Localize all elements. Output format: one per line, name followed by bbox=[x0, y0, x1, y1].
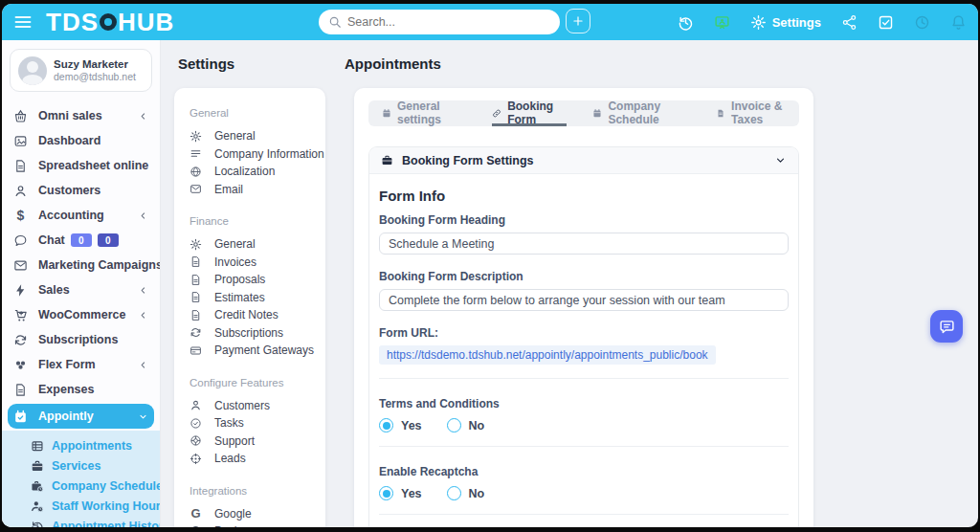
bell-icon[interactable] bbox=[950, 14, 967, 31]
settings-nav-pusher[interactable]: Pusher.com bbox=[189, 522, 325, 527]
chat-fab-button[interactable] bbox=[930, 310, 963, 343]
radio-option-label: No bbox=[469, 419, 485, 432]
chevron-down-icon bbox=[138, 411, 148, 422]
submenu-item-label: Services bbox=[52, 459, 100, 473]
sidebar-item-label: Omni sales bbox=[38, 109, 102, 122]
app-logo: TDS HUB bbox=[46, 8, 174, 37]
submenu-item-staff-working-hours[interactable]: Staff Working Hours bbox=[2, 496, 160, 516]
document-icon bbox=[189, 274, 202, 286]
logo-text-prefix: TDS bbox=[46, 8, 99, 37]
sidebar-item-label: Spreadsheet online bbox=[38, 159, 148, 172]
tab-booking-form[interactable]: Booking Form bbox=[492, 100, 567, 126]
sidebar-item-dashboard[interactable]: Dashboard bbox=[8, 128, 154, 153]
settings-nav-email[interactable]: Email bbox=[189, 181, 325, 199]
user-card[interactable]: Suzy Marketer demo@tdshub.net bbox=[10, 49, 152, 92]
tab-general-settings[interactable]: General settings bbox=[382, 100, 466, 126]
sidebar-item-customers[interactable]: Customers bbox=[8, 178, 154, 203]
radio-terms-yes[interactable]: Yes bbox=[379, 418, 422, 432]
nav-item-label: Company Information bbox=[214, 147, 324, 161]
briefcase-icon bbox=[31, 459, 44, 473]
history-icon bbox=[31, 520, 44, 528]
divider bbox=[379, 378, 789, 379]
sidebar-item-marketing-campaigns[interactable]: Marketing Campaigns bbox=[8, 253, 154, 277]
main-content: Appointments General settings Booking Fo… bbox=[339, 40, 978, 527]
share-icon[interactable] bbox=[841, 14, 858, 31]
radio-unselected-icon bbox=[447, 486, 461, 500]
gear-icon bbox=[750, 14, 767, 31]
history-icon[interactable] bbox=[678, 14, 694, 31]
sidebar-item-sales[interactable]: Sales bbox=[8, 277, 154, 302]
search-box[interactable] bbox=[319, 10, 560, 34]
bell-icon bbox=[189, 525, 202, 527]
accordion-title: Booking Form Settings bbox=[402, 154, 774, 167]
settings-menu-button[interactable]: Settings bbox=[750, 14, 821, 31]
settings-nav-payment-gateways[interactable]: Payment Gateways bbox=[189, 342, 325, 360]
sidebar-item-subscriptions[interactable]: Subscriptions bbox=[8, 327, 154, 352]
clock-icon[interactable] bbox=[914, 14, 930, 31]
radio-terms-no[interactable]: No bbox=[447, 418, 485, 432]
radio-option-label: Yes bbox=[401, 419, 422, 432]
settings-nav-google[interactable]: G Google bbox=[189, 505, 325, 523]
sidebar-item-label: Marketing Campaigns bbox=[38, 258, 161, 272]
radio-recaptcha-no[interactable]: No bbox=[447, 486, 485, 500]
nav-item-label: Invoices bbox=[214, 255, 256, 269]
radio-group-label-terms: Terms and Conditions bbox=[379, 397, 789, 410]
settings-nav-company-information[interactable]: Company Information bbox=[189, 145, 325, 164]
sidebar-item-expenses[interactable]: Expenses bbox=[8, 377, 154, 402]
logo-circle-icon bbox=[100, 13, 117, 31]
submenu-item-services[interactable]: Services bbox=[2, 455, 160, 476]
sidebar-item-spreadsheet-online[interactable]: Spreadsheet online bbox=[8, 153, 154, 178]
submenu-item-appointments[interactable]: Appointments bbox=[2, 435, 160, 455]
settings-nav-credit-notes[interactable]: Credit Notes bbox=[189, 306, 325, 324]
submenu-item-appointment-history[interactable]: Appointment History bbox=[2, 516, 160, 527]
sidebar-item-label: Subscriptions bbox=[38, 333, 118, 346]
settings-nav-finance-general[interactable]: General bbox=[189, 235, 325, 254]
settings-nav-proposals[interactable]: Proposals bbox=[189, 271, 325, 289]
settings-nav-localization[interactable]: Localization bbox=[189, 163, 325, 181]
radio-option-label: No bbox=[469, 487, 485, 500]
radio-recaptcha-yes[interactable]: Yes bbox=[379, 486, 422, 500]
nav-item-label: General bbox=[214, 129, 256, 143]
sidebar-item-flex-form[interactable]: Flex Form bbox=[8, 352, 154, 377]
sidebar-item-appointly[interactable]: Appointly bbox=[8, 404, 154, 429]
settings-nav-general[interactable]: General bbox=[189, 127, 325, 145]
tasks-check-icon[interactable] bbox=[878, 14, 894, 31]
gear-icon bbox=[189, 238, 202, 251]
settings-nav-subscriptions[interactable]: Subscriptions bbox=[189, 324, 325, 343]
contact-card-icon[interactable] bbox=[714, 14, 730, 31]
settings-nav-estimates[interactable]: Estimates bbox=[189, 289, 325, 307]
lines-icon bbox=[189, 147, 202, 160]
appointments-card: General settings Booking Form Company Sc… bbox=[354, 88, 813, 527]
sidebar-item-chat[interactable]: Chat 0 0 bbox=[8, 228, 154, 253]
sidebar-item-accounting[interactable]: $ Accounting bbox=[8, 203, 154, 228]
form-url-link[interactable]: https://tdsdemo.tdshub.net/appointly/app… bbox=[379, 345, 716, 365]
sidebar-item-label: Sales bbox=[38, 283, 70, 297]
settings-nav-support[interactable]: Support bbox=[189, 432, 325, 451]
tab-invoice-taxes[interactable]: Invoice & Taxes bbox=[716, 100, 797, 126]
chevron-left-icon bbox=[138, 111, 148, 122]
sidebar-item-label: WooCommerce bbox=[38, 308, 125, 321]
settings-nav-customers[interactable]: Customers bbox=[189, 397, 325, 415]
nav-item-label: General bbox=[214, 237, 256, 251]
nav-item-label: Leads bbox=[214, 452, 246, 465]
booking-form-description-input[interactable] bbox=[379, 289, 789, 311]
settings-nav-invoices[interactable]: Invoices bbox=[189, 254, 325, 272]
globe-icon bbox=[189, 166, 202, 178]
sidebar-item-label: Dashboard bbox=[38, 134, 100, 147]
booking-form-heading-input[interactable] bbox=[379, 233, 789, 255]
accordion-header[interactable]: Booking Form Settings bbox=[369, 147, 798, 174]
life-ring-icon bbox=[189, 434, 202, 447]
search-input[interactable] bbox=[347, 15, 550, 29]
submenu-item-company-schedule[interactable]: Company Schedule bbox=[2, 476, 160, 496]
tab-company-schedule[interactable]: Company Schedule bbox=[592, 100, 690, 126]
nav-section-label: Finance bbox=[189, 215, 325, 227]
sidebar-item-woocommerce[interactable]: WooCommerce bbox=[8, 302, 154, 327]
settings-nav-leads[interactable]: Leads bbox=[189, 450, 325, 468]
quick-add-button[interactable] bbox=[566, 9, 590, 33]
sidebar-item-label: Accounting bbox=[38, 209, 104, 222]
hamburger-menu-icon[interactable] bbox=[13, 12, 33, 32]
mail-icon bbox=[13, 258, 28, 273]
submenu-item-label: Appointments bbox=[52, 439, 132, 453]
sidebar-item-omni-sales[interactable]: Omni sales bbox=[8, 103, 154, 128]
settings-nav-tasks[interactable]: Tasks bbox=[189, 414, 325, 432]
